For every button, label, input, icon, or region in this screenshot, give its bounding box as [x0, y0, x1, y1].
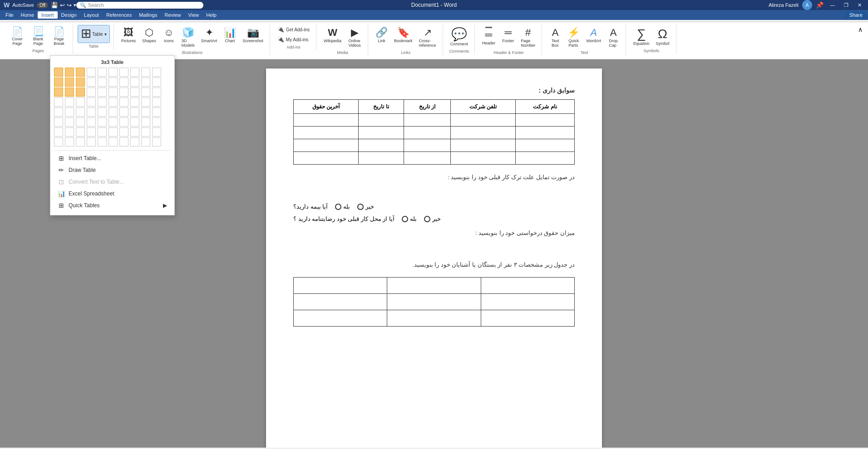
- grid-cell-1-2[interactable]: [76, 78, 85, 87]
- table-cell-0-0[interactable]: [516, 114, 575, 127]
- grid-cell-1-9[interactable]: [152, 78, 161, 87]
- draw-table-item[interactable]: ✏ Draw Table: [54, 164, 171, 176]
- menu-item-layout[interactable]: Layout: [80, 11, 103, 19]
- table-grid[interactable]: [54, 68, 171, 146]
- grid-cell-0-5[interactable]: [108, 68, 118, 77]
- grid-cell-7-0[interactable]: [54, 137, 63, 146]
- grid-cell-3-4[interactable]: [98, 98, 107, 107]
- grid-cell-2-1[interactable]: [65, 88, 74, 97]
- autosave-toggle[interactable]: Off: [37, 2, 48, 8]
- menu-item-mailings[interactable]: Mailings: [135, 11, 161, 19]
- grid-cell-3-6[interactable]: [119, 98, 128, 107]
- close-button[interactable]: ✕: [855, 1, 864, 9]
- grid-cell-4-4[interactable]: [98, 107, 107, 117]
- grid-cell-3-2[interactable]: [76, 98, 85, 107]
- bottom-cell-0-0[interactable]: [481, 278, 574, 294]
- grid-cell-1-5[interactable]: [108, 78, 118, 87]
- table-cell-2-3[interactable]: [359, 139, 404, 152]
- ribbon-display-icon[interactable]: 📌: [816, 1, 824, 9]
- grid-cell-3-3[interactable]: [87, 98, 96, 107]
- pictures-button[interactable]: 🖼 Pictures: [118, 25, 139, 49]
- link-button[interactable]: 🔗 Link: [373, 25, 390, 49]
- quick-tables-item[interactable]: ⊞ Quick Tables ▶: [54, 200, 171, 211]
- table-cell-3-1[interactable]: [450, 152, 515, 165]
- grid-cell-5-3[interactable]: [87, 117, 96, 127]
- cross-reference-button[interactable]: ↗ Cross-reference: [416, 25, 439, 49]
- grid-cell-6-7[interactable]: [130, 127, 139, 137]
- satisfaction-no-option[interactable]: خیر: [424, 215, 441, 222]
- bookmark-button[interactable]: 🔖 Bookmark: [391, 25, 415, 49]
- menu-item-design[interactable]: Design: [58, 11, 80, 19]
- grid-cell-0-4[interactable]: [98, 68, 107, 77]
- grid-cell-7-8[interactable]: [141, 137, 150, 146]
- my-addins-button[interactable]: 🔌 My Add-ins: [275, 35, 312, 44]
- grid-cell-4-2[interactable]: [76, 107, 85, 117]
- grid-cell-1-0[interactable]: [54, 78, 63, 87]
- grid-cell-7-4[interactable]: [98, 137, 107, 146]
- minimize-button[interactable]: —: [827, 1, 838, 9]
- bottom-cell-2-2[interactable]: [294, 310, 387, 327]
- grid-cell-4-1[interactable]: [65, 107, 74, 117]
- search-bar[interactable]: 🔍 Search: [76, 2, 203, 9]
- text-box-button[interactable]: A TextBox: [547, 25, 564, 49]
- grid-cell-0-8[interactable]: [141, 68, 150, 77]
- menu-item-view[interactable]: View: [185, 11, 203, 19]
- grid-cell-2-5[interactable]: [108, 88, 118, 97]
- grid-cell-5-7[interactable]: [130, 117, 139, 127]
- bottom-cell-2-1[interactable]: [387, 310, 481, 327]
- grid-cell-4-8[interactable]: [141, 107, 150, 117]
- menu-item-references[interactable]: References: [103, 11, 135, 19]
- save-icon[interactable]: 💾: [51, 2, 58, 9]
- wikipedia-button[interactable]: W Wikipedia: [321, 25, 344, 49]
- 3d-models-button[interactable]: 🧊 3DModels: [179, 25, 197, 49]
- table-cell-3-3[interactable]: [359, 152, 404, 165]
- grid-cell-1-3[interactable]: [87, 78, 96, 87]
- grid-cell-7-1[interactable]: [65, 137, 74, 146]
- grid-cell-5-2[interactable]: [76, 117, 85, 127]
- shapes-button[interactable]: ⬡ Shapes: [139, 25, 159, 49]
- bottom-cell-0-2[interactable]: [294, 278, 387, 294]
- satisfaction-yes-radio[interactable]: [402, 216, 408, 222]
- grid-cell-7-3[interactable]: [87, 137, 96, 146]
- grid-cell-6-8[interactable]: [141, 127, 150, 137]
- table-cell-2-4[interactable]: [294, 139, 359, 152]
- get-addins-button[interactable]: 🔌 Get Add-ins: [275, 25, 312, 34]
- blank-page-button[interactable]: 📃 BlankPage: [28, 25, 48, 48]
- grid-cell-3-5[interactable]: [108, 98, 118, 107]
- bottom-cell-1-0[interactable]: [481, 294, 574, 310]
- smartart-button[interactable]: ✦ SmartArt: [198, 25, 220, 49]
- footer-button[interactable]: ═ Footer: [499, 25, 517, 49]
- menu-item-insert[interactable]: Insert: [38, 11, 58, 19]
- grid-cell-0-1[interactable]: [65, 68, 74, 77]
- cover-page-button[interactable]: 📄 CoverPage: [7, 25, 27, 48]
- grid-cell-0-9[interactable]: [152, 68, 161, 77]
- share-button[interactable]: Share: [846, 11, 866, 19]
- grid-cell-2-9[interactable]: [152, 88, 161, 97]
- grid-cell-2-6[interactable]: [119, 88, 128, 97]
- bottom-cell-1-2[interactable]: [294, 294, 387, 310]
- grid-cell-5-4[interactable]: [98, 117, 107, 127]
- menu-item-file[interactable]: File: [2, 11, 17, 19]
- grid-cell-7-9[interactable]: [152, 137, 161, 146]
- grid-cell-4-6[interactable]: [119, 107, 128, 117]
- table-cell-3-0[interactable]: [516, 152, 575, 165]
- grid-cell-6-3[interactable]: [87, 127, 96, 137]
- grid-cell-4-3[interactable]: [87, 107, 96, 117]
- insert-table-item[interactable]: ⊞ Insert Table...: [54, 152, 171, 164]
- table-cell-0-3[interactable]: [359, 114, 404, 127]
- grid-cell-1-4[interactable]: [98, 78, 107, 87]
- grid-cell-2-3[interactable]: [87, 88, 96, 97]
- page-break-button[interactable]: 📄 PageBreak: [49, 25, 69, 48]
- grid-cell-6-0[interactable]: [54, 127, 63, 137]
- symbol-button[interactable]: Ω Symbol: [653, 25, 672, 48]
- grid-cell-1-7[interactable]: [130, 78, 139, 87]
- grid-cell-2-2[interactable]: [76, 88, 85, 97]
- grid-cell-3-1[interactable]: [65, 98, 74, 107]
- table-cell-2-1[interactable]: [450, 139, 515, 152]
- table-cell-0-2[interactable]: [404, 114, 450, 127]
- equation-button[interactable]: ∑ Equation: [631, 25, 652, 48]
- grid-cell-0-6[interactable]: [119, 68, 128, 77]
- grid-cell-4-9[interactable]: [152, 107, 161, 117]
- grid-cell-7-5[interactable]: [108, 137, 118, 146]
- screenshot-button[interactable]: 📷 Screenshot: [240, 25, 266, 49]
